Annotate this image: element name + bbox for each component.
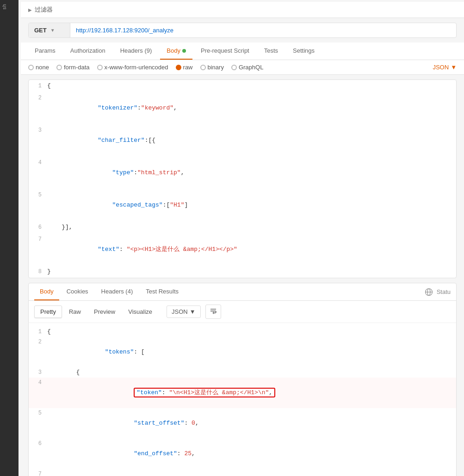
req-line-4: 4 "type":"html_strip",: [29, 157, 456, 189]
resp-tab-headers[interactable]: Headers (4): [96, 283, 139, 300]
method-select[interactable]: GET ▼: [29, 23, 70, 37]
status-label: Statu: [437, 288, 451, 295]
resp-line-2: 2 "tokens": [: [29, 337, 456, 367]
response-section: Body Cookies Headers (4) Test Results St…: [28, 283, 457, 476]
radio-raw[interactable]: raw: [176, 64, 193, 71]
resp-line-3: 3 {: [29, 367, 456, 378]
resp-tab-right: Statu: [425, 288, 451, 296]
radio-binary[interactable]: binary: [200, 64, 224, 71]
req-line-5: 5 "escaped_tags":["H1"]: [29, 189, 456, 221]
view-btn-pretty[interactable]: Pretty: [34, 305, 62, 318]
globe-icon: [425, 288, 433, 296]
sidebar-label: sh: [0, 0, 9, 13]
wrap-btn[interactable]: [205, 305, 221, 319]
req-line-2: 2 "tokenizer":"keyword",: [29, 92, 456, 124]
resp-line-6: 6 "end_offset": 25,: [29, 439, 456, 469]
tab-headers[interactable]: Headers (9): [114, 43, 159, 60]
radio-form-data-circle: [56, 65, 62, 70]
view-btn-preview[interactable]: Preview: [88, 305, 121, 318]
tab-authorization[interactable]: Authorization: [64, 43, 112, 60]
radio-none[interactable]: none: [28, 64, 49, 71]
resp-view-controls: Pretty Raw Preview Visualize JSON ▼: [29, 301, 456, 323]
req-line-8: 8 }: [29, 266, 456, 278]
radio-form-data[interactable]: form-data: [56, 64, 90, 71]
response-tabs: Body Cookies Headers (4) Test Results St…: [29, 283, 456, 301]
tab-prerequest[interactable]: Pre-request Script: [194, 43, 256, 60]
url-bar: GET ▼: [28, 23, 457, 38]
tab-tests[interactable]: Tests: [258, 43, 285, 60]
radio-graphql[interactable]: GraphQL: [231, 64, 263, 71]
wrap-icon: [210, 307, 217, 315]
radio-urlencoded-circle: [97, 65, 103, 70]
response-code: 1 { 2 "tokens": [ 3 { 4: [29, 323, 456, 476]
method-dropdown-icon: ▼: [50, 28, 55, 33]
req-line-3: 3 "char_filter":[{: [29, 124, 456, 157]
resp-line-4: 4 "token": "\n<H1>这是什么 &amp;</H1>\n",: [29, 378, 456, 408]
radio-graphql-circle: [231, 65, 237, 70]
filter-arrow-icon: ▶: [28, 7, 32, 12]
tab-params[interactable]: Params: [28, 43, 62, 60]
radio-urlencoded[interactable]: x-www-form-urlencoded: [97, 64, 168, 71]
resp-line-7: 7 "type": "word",: [29, 469, 456, 476]
resp-tab-body[interactable]: Body: [34, 283, 59, 300]
req-line-1: 1 {: [29, 80, 456, 92]
resp-line-5: 5 "start_offset": 0,: [29, 408, 456, 439]
radio-none-circle: [28, 65, 34, 70]
body-type-row: none form-data x-www-form-urlencoded raw…: [21, 60, 464, 75]
tab-settings[interactable]: Settings: [286, 43, 321, 60]
resp-format-dropdown[interactable]: JSON ▼: [167, 305, 201, 318]
sidebar: sh: [0, 0, 19, 476]
view-btn-visualize[interactable]: Visualize: [122, 305, 158, 318]
json-format-dropdown[interactable]: JSON ▼: [433, 64, 457, 71]
tab-body[interactable]: Body: [160, 43, 192, 60]
resp-line-1: 1 {: [29, 327, 456, 337]
radio-binary-circle: [200, 65, 206, 70]
filter-label: 过滤器: [35, 6, 53, 14]
method-label: GET: [34, 27, 47, 34]
resp-tab-testresults[interactable]: Test Results: [140, 283, 184, 300]
resp-tab-cookies[interactable]: Cookies: [61, 283, 94, 300]
radio-raw-circle: [176, 65, 181, 70]
body-active-dot: [182, 49, 186, 53]
filter-section: ▶ 过滤器: [21, 2, 464, 18]
view-btn-raw[interactable]: Raw: [63, 305, 87, 318]
req-line-7: 7 "text": "<p><H1>这是什么 &amp;</H1></p>": [29, 233, 456, 266]
url-input[interactable]: [70, 23, 456, 37]
request-tabs: Params Authorization Headers (9) Body Pr…: [21, 43, 464, 60]
req-line-6: 6 }],: [29, 221, 456, 233]
request-code-editor[interactable]: 1 { 2 "tokenizer":"keyword", 3 "char_fil…: [28, 79, 457, 278]
